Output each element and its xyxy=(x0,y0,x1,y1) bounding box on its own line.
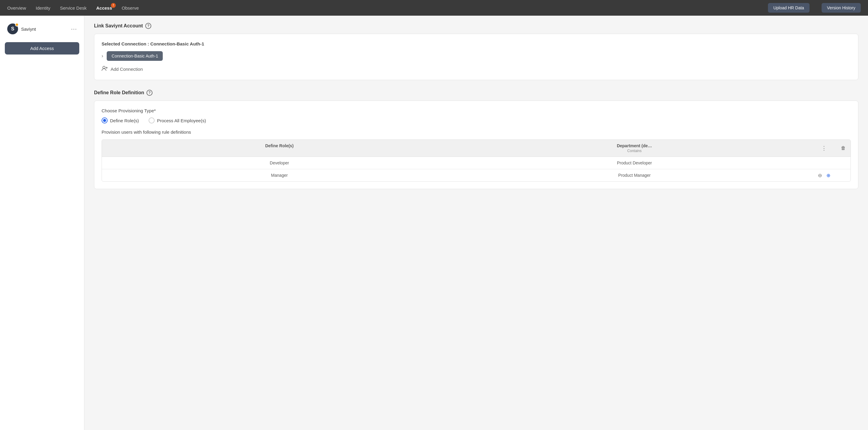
sidebar-user: S Saviynt ⋯ xyxy=(5,21,79,37)
version-history-btn[interactable]: Version History xyxy=(822,3,861,13)
avatar-info-badge xyxy=(15,23,19,27)
remove-row-btn[interactable]: ⊖ xyxy=(816,172,824,179)
add-row-btn[interactable]: ⊕ xyxy=(825,172,832,179)
sidebar-username: Saviynt xyxy=(21,27,68,32)
table-col-role: Define Role(s) xyxy=(102,140,457,157)
table-row-actions-2: ⊖ ⊕ xyxy=(812,172,836,179)
sidebar: S Saviynt ⋯ Add Access xyxy=(0,16,84,430)
define-role-help-icon[interactable]: ? xyxy=(147,90,153,96)
table-cell-role-2: Manager xyxy=(102,169,457,181)
table-header-delete-icon[interactable]: 🗑 xyxy=(836,145,850,151)
connection-row: › Connection-Basic Auth-1 xyxy=(101,51,851,61)
upload-hr-btn[interactable]: Upload HR Data xyxy=(768,3,809,13)
link-saviynt-section: Link Saviynt Account ? Selected Connecti… xyxy=(94,23,858,80)
nav-service-desk[interactable]: Service Desk xyxy=(60,4,87,12)
nav-access[interactable]: Access ! xyxy=(96,4,112,12)
table-header-row: Define Role(s) Department (de… Contains … xyxy=(102,140,850,157)
define-role-title: Define Role Definition ? xyxy=(94,90,858,96)
add-connection-link[interactable]: Add Connection xyxy=(101,66,851,73)
connection-chip-btn[interactable]: Connection-Basic Auth-1 xyxy=(107,51,163,61)
table-col-actions-header: ⋮ xyxy=(812,140,836,157)
table-col-dept-sub: Contains xyxy=(462,149,807,153)
table-row: Developer Product Developer xyxy=(102,157,850,169)
provision-label: Provision users with following rule defi… xyxy=(101,130,851,135)
table-cell-dept-2: Product Manager xyxy=(457,169,812,181)
table-header-three-dots[interactable]: ⋮ xyxy=(819,145,829,152)
chevron-right-icon[interactable]: › xyxy=(101,53,103,59)
link-saviynt-help-icon[interactable]: ? xyxy=(145,23,151,29)
radio-process-all[interactable]: Process All Employee(s) xyxy=(149,118,206,124)
sidebar-menu-icon[interactable]: ⋯ xyxy=(71,25,77,33)
define-role-card: Choose Provisioning Type* Define Role(s)… xyxy=(94,101,858,189)
nav-identity[interactable]: Identity xyxy=(36,4,50,12)
access-badge: ! xyxy=(111,3,116,8)
table-col-delete-header: 🗑 xyxy=(836,140,850,157)
layout: S Saviynt ⋯ Add Access Link Saviynt Acco… xyxy=(0,16,868,430)
radio-define-roles[interactable]: Define Role(s) xyxy=(101,118,139,124)
main-content: Link Saviynt Account ? Selected Connecti… xyxy=(84,16,868,430)
nav-overview[interactable]: Overview xyxy=(7,4,26,12)
radio-process-all-circle[interactable] xyxy=(149,118,155,124)
table-col-dept: Department (de… Contains xyxy=(457,140,812,157)
link-saviynt-title: Link Saviynt Account ? xyxy=(94,23,858,29)
role-table: Define Role(s) Department (de… Contains … xyxy=(101,139,851,181)
top-nav: Overview Identity Service Desk Access ! … xyxy=(0,0,868,16)
add-connection-icon xyxy=(101,66,108,73)
table-cell-dept-1: Product Developer xyxy=(457,157,812,169)
define-role-section: Define Role Definition ? Choose Provisio… xyxy=(94,90,858,189)
svg-point-0 xyxy=(103,66,105,69)
provisioning-type-label: Choose Provisioning Type* xyxy=(101,108,851,113)
radio-group: Define Role(s) Process All Employee(s) xyxy=(101,118,851,124)
add-access-button[interactable]: Add Access xyxy=(5,42,79,55)
table-row: Manager Product Manager ⊖ ⊕ xyxy=(102,169,850,181)
nav-observe[interactable]: Observe xyxy=(122,4,139,12)
selected-connection-label: Selected Connection : Connection-Basic A… xyxy=(101,41,851,46)
link-saviynt-card: Selected Connection : Connection-Basic A… xyxy=(94,34,858,80)
radio-define-roles-circle[interactable] xyxy=(101,118,107,124)
avatar-wrapper: S xyxy=(7,24,18,34)
table-cell-role-1: Developer xyxy=(102,157,457,169)
